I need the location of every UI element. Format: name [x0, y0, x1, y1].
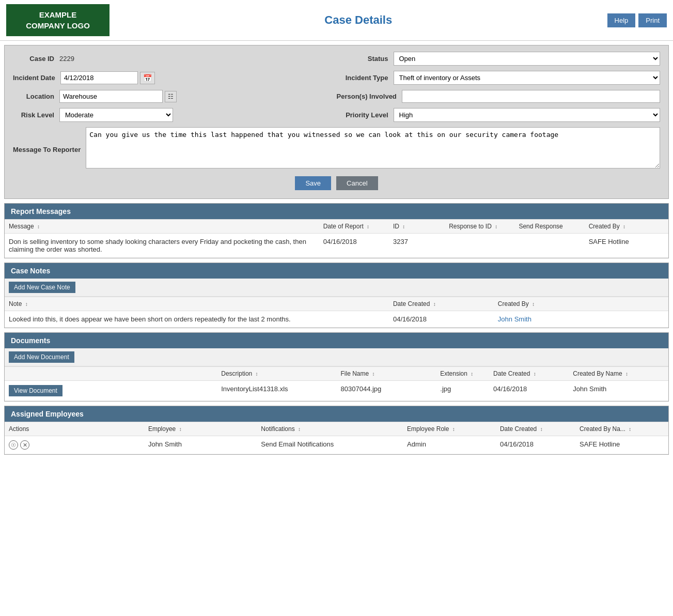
priority-level-select[interactable]: Low Medium High [394, 108, 661, 122]
col-description: Description ↕ [217, 367, 336, 381]
case-notes-table: Note ↕ Date Created ↕ Created By ↕ Looke… [5, 297, 668, 328]
assigned-employees-table: Actions Employee ↕ Notifications ↕ Emplo… [5, 422, 668, 454]
col-id: ID ↕ [389, 220, 445, 234]
sort-icon[interactable]: ↕ [433, 301, 436, 307]
add-case-note-button[interactable]: Add New Case Note [9, 282, 75, 293]
col-created-by: Created By ↕ [494, 297, 668, 311]
sort-icon[interactable]: ↕ [298, 426, 301, 432]
sort-icon[interactable]: ↕ [532, 301, 535, 307]
documents-table: Description ↕ File Name ↕ Extension ↕ Da… [5, 366, 668, 401]
print-button[interactable]: Print [638, 13, 667, 27]
persons-involved-label: Person(s) Involved [337, 93, 402, 100]
company-logo: EXAMPLE COMPANY LOGO [6, 4, 109, 36]
case-notes-header-row: Note ↕ Date Created ↕ Created By ↕ [5, 297, 668, 311]
employee-row: ☉ ✕ John Smith Send Email Notifications … [5, 436, 668, 454]
date-wrapper: 📅 [60, 71, 155, 84]
action-icons: ☉ ✕ [9, 440, 140, 450]
sort-icon[interactable]: ↕ [179, 426, 182, 432]
form-row-risk-priority: Risk Level Low Moderate High Priority Le… [13, 108, 660, 122]
employee-cell: John Smith [144, 436, 257, 454]
view-document-cell: View Document [5, 381, 217, 401]
calendar-icon[interactable]: 📅 [140, 72, 155, 84]
sort-icon[interactable]: ↕ [534, 371, 536, 377]
note-cell: Looked into this, it does appear we have… [5, 311, 389, 328]
sort-icon[interactable]: ↕ [540, 426, 543, 432]
add-document-button[interactable]: Add New Document [9, 351, 74, 363]
sort-icon[interactable]: ↕ [256, 371, 258, 377]
report-messages-header: Report Messages [5, 204, 668, 219]
date-created-cell: 04/16/2018 [496, 436, 575, 454]
sort-icon[interactable]: ↕ [402, 224, 405, 229]
col-file-name: File Name ↕ [337, 367, 436, 381]
col-date-created: Date Created ↕ [489, 367, 569, 381]
report-message-row: Don is selling inventory to some shady l… [5, 234, 668, 258]
sort-icon[interactable]: ↕ [625, 371, 628, 377]
sort-icon[interactable]: ↕ [25, 301, 28, 307]
assigned-employees-panel: Assigned Employees Actions Employee ↕ No… [4, 406, 669, 455]
persons-involved-input[interactable] [402, 90, 660, 103]
sort-icon[interactable]: ↕ [471, 371, 473, 377]
risk-level-field: Low Moderate High [59, 108, 173, 122]
report-messages-table: Message ↕ Date of Report ↕ ID ↕ Response… [5, 219, 668, 258]
header-buttons: Help Print [607, 13, 667, 27]
view-document-button[interactable]: View Document [9, 385, 62, 396]
case-notes-body: Note ↕ Date Created ↕ Created By ↕ Looke… [5, 297, 668, 328]
col-employee-role: Employee Role ↕ [403, 422, 496, 436]
sort-icon[interactable]: ↕ [629, 426, 631, 432]
assigned-employees-header: Assigned Employees [5, 406, 668, 422]
col-actions: Actions [5, 422, 144, 436]
case-id-label: Case ID [13, 55, 59, 63]
form-row-message: Message To Reporter Can you give us the … [13, 127, 660, 170]
message-textarea[interactable]: Can you give us the time this last happe… [86, 127, 660, 168]
col-send-response: Send Response [514, 220, 584, 234]
message-field: Can you give us the time this last happe… [86, 127, 660, 170]
form-row-date-type: Incident Date 📅 Incident Type Theft of i… [13, 71, 660, 85]
assigned-employees-body: Actions Employee ↕ Notifications ↕ Emplo… [5, 422, 668, 454]
risk-level-select[interactable]: Low Moderate High [59, 108, 173, 122]
status-select[interactable]: Open Closed Pending [394, 52, 661, 66]
location-wrapper: ☷ [59, 90, 177, 103]
sort-icon[interactable]: ↕ [452, 426, 455, 432]
case-notes-panel: Case Notes Add New Case Note Note ↕ Date… [4, 263, 669, 328]
assigned-employees-header-row: Actions Employee ↕ Notifications ↕ Emplo… [5, 422, 668, 436]
sort-icon[interactable]: ↕ [37, 224, 40, 229]
col-date-created: Date Created ↕ [496, 422, 575, 436]
location-icon[interactable]: ☷ [165, 91, 177, 102]
location-input[interactable] [59, 90, 163, 103]
incident-type-select[interactable]: Theft of inventory or Assets [394, 71, 661, 85]
location-group: Location ☷ [13, 90, 337, 103]
cancel-button[interactable]: Cancel [336, 176, 378, 190]
sort-icon[interactable]: ↕ [623, 224, 625, 229]
incident-date-input[interactable] [60, 71, 138, 84]
file-name-cell: 80307044.jpg [337, 381, 436, 401]
sort-icon[interactable]: ↕ [495, 224, 497, 229]
col-notifications: Notifications ↕ [257, 422, 403, 436]
col-created-by-name: Created By Na... ↕ [575, 422, 668, 436]
sort-icon[interactable]: ↕ [367, 224, 369, 229]
risk-level-label: Risk Level [13, 111, 59, 119]
message-label: Message To Reporter [13, 144, 86, 153]
date-created-cell: 04/16/2018 [489, 381, 569, 401]
location-label: Location [13, 93, 59, 100]
priority-level-label: Priority Level [337, 111, 394, 119]
document-row: View Document InventoryList41318.xls 803… [5, 381, 668, 401]
col-message: Message ↕ [5, 220, 319, 234]
save-button[interactable]: Save [295, 176, 331, 190]
report-messages-panel: Report Messages Message ↕ Date of Report… [4, 203, 669, 258]
col-created-by-name: Created By Name ↕ [569, 367, 668, 381]
date-created-cell: 04/16/2018 [389, 311, 494, 328]
priority-level-field: Low Medium High [394, 108, 661, 122]
description-cell: InventoryList41318.xls [217, 381, 336, 401]
delete-icon[interactable]: ✕ [20, 440, 29, 450]
page-header: EXAMPLE COMPANY LOGO Case Details Help P… [0, 0, 673, 41]
col-created-by: Created By ↕ [585, 220, 668, 234]
sort-icon[interactable]: ↕ [372, 371, 375, 377]
edit-icon[interactable]: ☉ [9, 440, 18, 450]
report-messages-header-row: Message ↕ Date of Report ↕ ID ↕ Response… [5, 220, 668, 234]
id-cell: 3237 [389, 234, 445, 258]
incident-type-group: Incident Type Theft of inventory or Asse… [337, 71, 661, 85]
help-button[interactable]: Help [607, 13, 636, 27]
status-label: Status [337, 55, 394, 63]
extension-cell: .jpg [436, 381, 489, 401]
col-employee: Employee ↕ [144, 422, 257, 436]
